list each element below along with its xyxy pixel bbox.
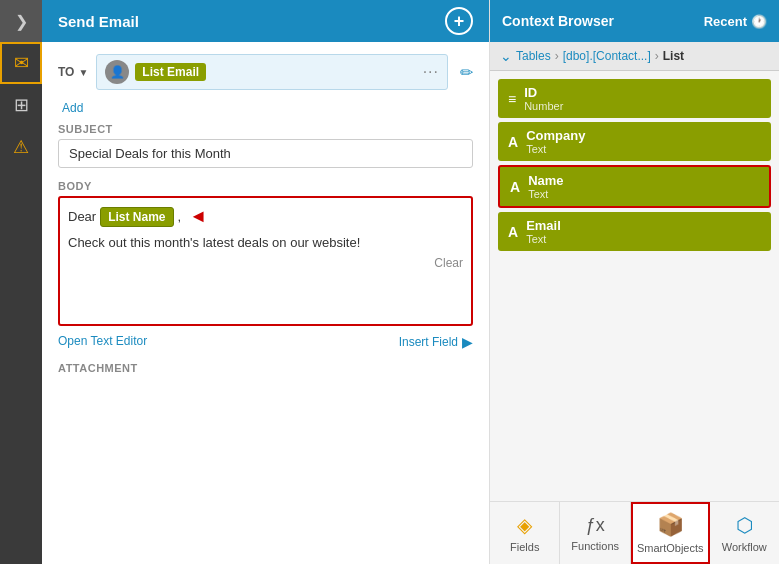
fields-label: Fields xyxy=(510,541,539,553)
warning-icon: ⚠ xyxy=(13,136,29,158)
sidebar-email-icon[interactable]: ✉ xyxy=(0,42,42,84)
company-icon: A xyxy=(508,134,518,150)
id-type: Number xyxy=(524,100,563,112)
sidebar-grid-icon[interactable]: ⊞ xyxy=(0,84,42,126)
breadcrumb-bar: ⌄ Tables › [dbo].[Contact...] › List xyxy=(490,42,779,71)
more-button[interactable]: ··· xyxy=(423,63,439,81)
context-item-name[interactable]: A Name Text xyxy=(498,165,771,208)
workflow-label: Workflow xyxy=(722,541,767,553)
subject-input[interactable] xyxy=(58,139,473,168)
name-name: Name xyxy=(528,173,563,188)
tab-fields[interactable]: ◈ Fields xyxy=(490,502,560,564)
add-link[interactable]: Add xyxy=(62,101,83,115)
clock-icon: 🕐 xyxy=(751,14,767,29)
name-type: Text xyxy=(528,188,563,200)
sidebar-warning-icon[interactable]: ⚠ xyxy=(0,126,42,168)
breadcrumb-dropdown-icon[interactable]: ⌄ xyxy=(500,48,512,64)
body-name-tag[interactable]: List Name xyxy=(100,207,173,227)
context-browser-title: Context Browser xyxy=(502,13,614,29)
company-name: Company xyxy=(526,128,585,143)
arrow-indicator: ◄ xyxy=(189,206,207,227)
to-recipient-box: 👤 List Email ··· xyxy=(96,54,448,90)
smartobjects-label: SmartObjects xyxy=(637,542,704,554)
tab-functions[interactable]: ƒx Functions xyxy=(560,502,630,564)
breadcrumb-sep2: › xyxy=(655,49,659,63)
context-item-company[interactable]: A Company Text xyxy=(498,122,771,161)
subject-label: SUBJECT xyxy=(58,123,473,135)
add-button[interactable]: + xyxy=(445,7,473,35)
smartobjects-icon: 📦 xyxy=(657,512,684,538)
body-footer: Clear xyxy=(68,256,463,270)
send-email-title: Send Email xyxy=(58,13,139,30)
avatar-icon: 👤 xyxy=(110,65,125,79)
send-email-panel: Send Email + TO ▼ 👤 List Email ··· ✏ Add xyxy=(42,0,489,564)
email-type: Text xyxy=(526,233,561,245)
send-email-header: Send Email + xyxy=(42,0,489,42)
context-item-id[interactable]: ≡ ID Number xyxy=(498,79,771,118)
edit-button[interactable]: ✏ xyxy=(460,63,473,82)
name-icon: A xyxy=(510,179,520,195)
body-line1: Dear List Name , ◄ xyxy=(68,206,463,227)
grid-icon: ⊞ xyxy=(14,94,29,116)
context-items-list: ≡ ID Number A Company Text A Name Text A xyxy=(490,71,779,501)
breadcrumb-sep1: › xyxy=(555,49,559,63)
form-footer: Open Text Editor Insert Field ▶ xyxy=(58,334,473,350)
context-browser-panel: Context Browser Recent 🕐 ⌄ Tables › [dbo… xyxy=(489,0,779,564)
body-label: BODY xyxy=(58,180,473,192)
body-box[interactable]: Dear List Name , ◄ Check out this month'… xyxy=(58,196,473,326)
tab-smartobjects[interactable]: 📦 SmartObjects xyxy=(631,502,710,564)
attachment-label: ATTACHMENT xyxy=(58,362,473,374)
email-icon: ✉ xyxy=(14,52,29,74)
body-container: Dear List Name , ◄ Check out this month'… xyxy=(58,196,473,326)
email-form: TO ▼ 👤 List Email ··· ✏ Add SUBJECT BODY… xyxy=(42,42,489,564)
tab-workflow[interactable]: ⬡ Workflow xyxy=(710,502,779,564)
breadcrumb-dbo[interactable]: [dbo].[Contact...] xyxy=(563,49,651,63)
email-name: Email xyxy=(526,218,561,233)
recipient-tag[interactable]: List Email xyxy=(135,63,206,81)
recent-label: Recent xyxy=(704,14,747,29)
clear-button[interactable]: Clear xyxy=(434,256,463,270)
sidebar-expand-button[interactable]: ❯ xyxy=(0,0,42,42)
insert-field-link[interactable]: Insert Field ▶ xyxy=(399,334,473,350)
workflow-icon: ⬡ xyxy=(736,513,753,537)
add-icon: + xyxy=(454,11,465,32)
context-item-email[interactable]: A Email Text xyxy=(498,212,771,251)
body-comma: , xyxy=(178,209,182,224)
id-name: ID xyxy=(524,85,563,100)
email-field-icon: A xyxy=(508,224,518,240)
body-dear: Dear xyxy=(68,209,96,224)
sidebar: ❯ ✉ ⊞ ⚠ xyxy=(0,0,42,564)
functions-label: Functions xyxy=(571,540,619,552)
to-label: TO ▼ xyxy=(58,65,88,79)
insert-field-icon: ▶ xyxy=(462,334,473,350)
breadcrumb-tables[interactable]: Tables xyxy=(516,49,551,63)
to-dropdown-icon[interactable]: ▼ xyxy=(78,67,88,78)
open-text-editor-link[interactable]: Open Text Editor xyxy=(58,334,147,350)
id-icon: ≡ xyxy=(508,91,516,107)
bottom-tabs: ◈ Fields ƒx Functions 📦 SmartObjects ⬡ W… xyxy=(490,501,779,564)
company-type: Text xyxy=(526,143,585,155)
functions-icon: ƒx xyxy=(586,515,605,536)
breadcrumb-list: List xyxy=(663,49,684,63)
to-row: TO ▼ 👤 List Email ··· ✏ xyxy=(58,54,473,90)
fields-icon: ◈ xyxy=(517,513,532,537)
body-line2: Check out this month's latest deals on o… xyxy=(68,235,463,250)
recent-button[interactable]: Recent 🕐 xyxy=(704,14,767,29)
context-browser-header: Context Browser Recent 🕐 xyxy=(490,0,779,42)
expand-icon: ❯ xyxy=(15,12,28,31)
recipient-avatar: 👤 xyxy=(105,60,129,84)
